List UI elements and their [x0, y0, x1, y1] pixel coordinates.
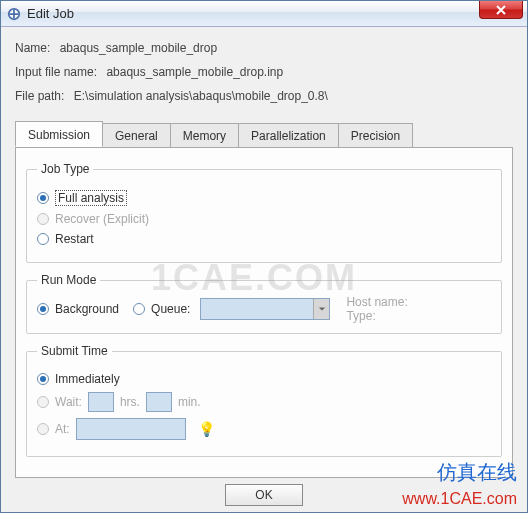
type-label: Type:	[346, 309, 375, 323]
tab-general[interactable]: General	[102, 123, 171, 148]
radio-recover-label: Recover (Explicit)	[55, 212, 149, 226]
radio-immediately-row[interactable]: Immediately	[37, 372, 491, 386]
radio-restart[interactable]	[37, 233, 49, 245]
radio-queue[interactable]	[133, 303, 145, 315]
runmode-legend: Run Mode	[37, 273, 100, 287]
close-button[interactable]	[479, 1, 523, 19]
runmode-group: Run Mode Background Queue: Host name: Ty…	[26, 273, 502, 334]
host-info: Host name: Type:	[346, 295, 407, 323]
radio-immediately[interactable]	[37, 373, 49, 385]
wait-hrs-label: hrs.	[120, 395, 140, 409]
jobtype-legend: Job Type	[37, 162, 93, 176]
inputfile-row: Input file name: abaqus_sample_mobile_dr…	[15, 65, 513, 79]
radio-queue-label: Queue:	[151, 302, 190, 316]
wait-min-input[interactable]	[146, 392, 172, 412]
radio-recover	[37, 213, 49, 225]
filepath-row: File path: E:\simulation analysis\abaqus…	[15, 89, 513, 103]
runmode-row: Background Queue: Host name: Type:	[37, 295, 491, 323]
radio-recover-row: Recover (Explicit)	[37, 212, 491, 226]
radio-full-analysis-label: Full analysis	[55, 190, 127, 206]
ok-button[interactable]: OK	[225, 484, 303, 506]
name-label: Name:	[15, 41, 50, 55]
close-icon	[496, 5, 506, 15]
app-icon	[7, 7, 21, 21]
radio-at-label: At:	[55, 422, 70, 436]
inputfile-label: Input file name:	[15, 65, 97, 79]
inputfile-value: abaqus_sample_mobile_drop.inp	[106, 65, 283, 79]
radio-immediately-label: Immediately	[55, 372, 120, 386]
wait-min-label: min.	[178, 395, 201, 409]
chevron-down-icon	[313, 299, 329, 319]
titlebar[interactable]: Edit Job	[1, 1, 527, 27]
filepath-label: File path:	[15, 89, 64, 103]
radio-restart-row[interactable]: Restart	[37, 232, 491, 246]
hostname-label: Host name:	[346, 295, 407, 309]
tab-submission[interactable]: Submission	[15, 121, 103, 147]
queue-combo[interactable]	[200, 298, 330, 320]
lightbulb-icon[interactable]: 💡	[198, 421, 215, 437]
tabstrip: Submission General Memory Parallelizatio…	[15, 121, 513, 147]
radio-at	[37, 423, 49, 435]
submittime-legend: Submit Time	[37, 344, 112, 358]
window-title: Edit Job	[27, 6, 74, 21]
jobtype-group: Job Type Full analysis Recover (Explicit…	[26, 162, 502, 263]
tabs: Submission General Memory Parallelizatio…	[15, 121, 513, 478]
name-value: abaqus_sample_mobile_drop	[60, 41, 217, 55]
radio-at-row: At: 💡	[37, 418, 491, 440]
name-row: Name: abaqus_sample_mobile_drop	[15, 41, 513, 55]
radio-wait	[37, 396, 49, 408]
radio-wait-row: Wait: hrs. min.	[37, 392, 491, 412]
dialog-body: Name: abaqus_sample_mobile_drop Input fi…	[1, 27, 527, 512]
tab-memory[interactable]: Memory	[170, 123, 239, 148]
edit-job-window: Edit Job Name: abaqus_sample_mobile_drop…	[0, 0, 528, 513]
button-bar: OK	[15, 484, 513, 512]
radio-full-analysis-row[interactable]: Full analysis	[37, 190, 491, 206]
radio-wait-label: Wait:	[55, 395, 82, 409]
tab-precision[interactable]: Precision	[338, 123, 413, 148]
at-time-input[interactable]	[76, 418, 186, 440]
radio-full-analysis[interactable]	[37, 192, 49, 204]
wait-hrs-input[interactable]	[88, 392, 114, 412]
radio-restart-label: Restart	[55, 232, 94, 246]
submittime-group: Submit Time Immediately Wait: hrs. min.	[26, 344, 502, 457]
radio-background[interactable]	[37, 303, 49, 315]
radio-background-label: Background	[55, 302, 119, 316]
tab-parallelization[interactable]: Parallelization	[238, 123, 339, 148]
tab-panel-submission: Job Type Full analysis Recover (Explicit…	[15, 147, 513, 478]
filepath-value: E:\simulation analysis\abaqus\mobile_dro…	[74, 89, 328, 103]
